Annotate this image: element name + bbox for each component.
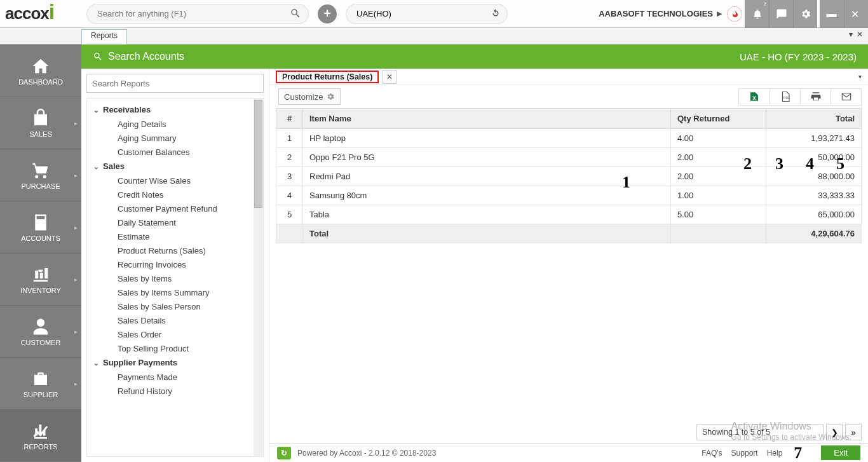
sidebar-item-accounts[interactable]: ACCOUNTS▸ (0, 201, 81, 253)
fiscal-year-label: UAE - HO (FY 2023 - 2023) (740, 51, 857, 62)
col-qty-returned: Qty Returned (671, 109, 766, 129)
report-tree[interactable]: ReceivablesAging DetailsAging SummaryCus… (87, 99, 263, 456)
table-row[interactable]: 4Samsung 80cm1.0033,333.33 (276, 186, 862, 205)
scrollbar[interactable] (254, 99, 263, 456)
chevron-right-icon: ▸ (74, 381, 78, 387)
tree-item[interactable]: Sales Details (87, 313, 263, 327)
sidebar-item-supplier[interactable]: SUPPLIER▸ (0, 357, 81, 409)
sidebar-item-sales[interactable]: SALES▸ (0, 97, 81, 149)
pager-info: Showing 1 to 5 of 5 (696, 424, 824, 440)
col-total: Total (766, 109, 862, 129)
tree-group-supplier-payments[interactable]: Supplier Payments (87, 355, 263, 370)
doc-tab-product-returns[interactable]: Product Returns (Sales) (276, 71, 379, 83)
company-name[interactable]: AABASOFT TECHNOLOGIES (599, 9, 713, 18)
flame-icon[interactable] (727, 6, 742, 22)
calc-icon (30, 213, 51, 232)
gear-icon (326, 92, 335, 101)
tree-item[interactable]: Customer Payment Refund (87, 201, 263, 215)
report-search-input[interactable] (86, 74, 264, 93)
table-row[interactable]: 2Oppo F21 Pro 5G2.0050,000.00 (276, 148, 862, 167)
export-excel-button[interactable] (739, 89, 770, 105)
brief-icon (30, 369, 51, 388)
tree-item[interactable]: Recurring Invoices (87, 257, 263, 271)
email-button[interactable] (831, 89, 861, 105)
tree-item[interactable]: Sales by Items Summary (87, 285, 263, 299)
tab-close-all-icon[interactable]: ✕ (857, 30, 863, 39)
sidebar-item-customer[interactable]: CUSTOMER▸ (0, 305, 81, 357)
sidebar-item-inventory[interactable]: INVENTORY▸ (0, 253, 81, 305)
annotation-2: 2 (743, 154, 752, 173)
export-pdf-button[interactable]: PDF (770, 89, 800, 105)
settings-icon[interactable] (793, 0, 817, 28)
annotation-4: 4 (806, 154, 814, 173)
link-help[interactable]: Help (767, 449, 783, 458)
tree-item[interactable]: Refund History (87, 384, 263, 398)
chevron-right-icon: ▸ (74, 276, 78, 283)
tree-item[interactable]: Sales Order (87, 327, 263, 341)
org-selector[interactable]: UAE(HO) (346, 4, 508, 24)
global-search-input[interactable] (86, 4, 309, 24)
table-total-row: Total4,29,604.76 (276, 224, 862, 243)
tree-item[interactable]: Daily Statement (87, 215, 263, 229)
tab-reports[interactable]: Reports (81, 29, 127, 44)
tree-item[interactable]: Aging Summary (87, 131, 263, 145)
doc-tab-caret-icon[interactable]: ▾ (858, 73, 868, 80)
pager-last-button[interactable]: » (845, 424, 862, 440)
col-item-name: Item Name (303, 109, 671, 129)
tree-item[interactable]: Top Selling Product (87, 341, 263, 355)
annotation-3: 3 (775, 154, 783, 173)
link-faqs[interactable]: FAQ's (702, 449, 722, 458)
tree-item[interactable]: Sales by Sales Person (87, 299, 263, 313)
notif-badge: 7 (764, 1, 766, 7)
chart-icon (30, 421, 51, 440)
add-button[interactable]: + (318, 4, 337, 24)
tree-item[interactable]: Product Returns (Sales) (87, 243, 263, 257)
search-icon (290, 8, 301, 19)
pager-next-button[interactable]: ❯ (826, 424, 843, 440)
minimize-icon[interactable]: ▬ (820, 0, 844, 28)
table-row[interactable]: 1HP laptop4.001,93,271.43 (276, 129, 862, 148)
report-table: # Item Name Qty Returned Total 1HP lapto… (276, 108, 862, 243)
sidebar-item-purchase[interactable]: PURCHASE▸ (0, 149, 81, 201)
tree-item[interactable]: Aging Details (87, 117, 263, 131)
tree-group-sales[interactable]: Sales (87, 159, 263, 173)
chevron-right-icon: ▸ (74, 224, 78, 231)
customize-button[interactable]: Customize (278, 88, 341, 105)
brand-icon: ↻ (277, 447, 291, 459)
tree-item[interactable]: Counter Wise Sales (87, 173, 263, 187)
svg-text:PDF: PDF (783, 96, 790, 100)
tree-group-receivables[interactable]: Receivables (87, 102, 263, 117)
close-window-icon[interactable]: ✕ (844, 0, 868, 28)
sidebar-item-reports[interactable]: REPORTS (0, 409, 81, 461)
user-icon (30, 317, 51, 336)
tree-item[interactable]: Estimate (87, 229, 263, 243)
table-row[interactable]: 5Tabla5.0065,000.00 (276, 205, 862, 224)
tree-item[interactable]: Credit Notes (87, 187, 263, 201)
bag-icon (30, 109, 51, 128)
bell-icon[interactable]: 7 (745, 0, 769, 28)
table-row[interactable]: 3Redmi Pad2.0088,000.00 (276, 167, 862, 186)
annotation-5: 5 (836, 154, 844, 173)
logo: accoxi (5, 4, 81, 24)
refresh-icon[interactable] (490, 8, 501, 19)
tree-item[interactable]: Sales by Items (87, 271, 263, 285)
tree-item[interactable]: Customer Balances (87, 145, 263, 159)
main-sidebar: DASHBOARDSALES▸PURCHASE▸ACCOUNTS▸INVENTO… (0, 44, 81, 462)
tab-menu-icon[interactable]: ▾ (849, 30, 853, 39)
print-button[interactable] (800, 89, 831, 105)
powered-by: Powered by Accoxi - 2.0.12 © 2018-2023 (297, 449, 436, 458)
context-title[interactable]: Search Accounts (108, 51, 184, 62)
doc-tab-close[interactable]: ✕ (383, 70, 397, 84)
link-support[interactable]: Support (731, 449, 758, 458)
search-icon (93, 51, 103, 62)
chevron-right-icon: ▸ (74, 172, 78, 179)
chat-icon[interactable] (769, 0, 793, 28)
inv-icon (30, 265, 51, 284)
sidebar-item-dashboard[interactable]: DASHBOARD (0, 44, 81, 97)
module-tabstrip: Reports ▾ ✕ (0, 28, 868, 44)
exit-button[interactable]: Exit (821, 445, 860, 460)
tree-item[interactable]: Payments Made (87, 370, 263, 384)
home-icon (30, 57, 51, 76)
scrollbar-thumb[interactable] (254, 100, 262, 208)
svg-rect-1 (842, 93, 851, 100)
